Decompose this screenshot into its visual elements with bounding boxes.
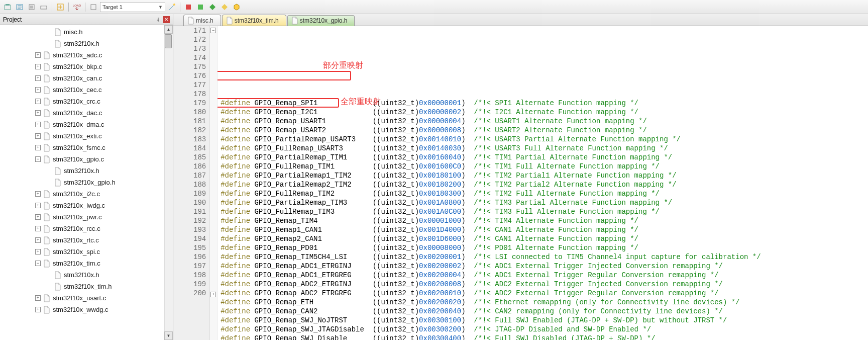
tree-item[interactable]: + stm32f10x_wwdg.c (0, 304, 173, 315)
toolbar-icon-1[interactable] (2, 2, 13, 13)
tree-item[interactable]: − stm32f10x_gpio.c (0, 153, 173, 165)
code-line[interactable] (221, 90, 868, 99)
tree-toggle-icon[interactable]: + (35, 75, 41, 81)
scrollbar-track[interactable]: ▲ ▼ (164, 25, 173, 340)
pin-icon[interactable] (155, 16, 162, 23)
scrollbar-thumb[interactable] (165, 34, 172, 48)
toolbar-icon-3[interactable] (26, 2, 37, 13)
tree-toggle-icon[interactable]: + (35, 52, 41, 58)
tree-item[interactable]: + stm32f10x_dma.c (0, 119, 173, 130)
tree-item[interactable]: stm32f10x.h (0, 269, 173, 281)
fold-toggle-icon[interactable]: + (210, 292, 216, 297)
toolbar-red-icon[interactable] (183, 2, 194, 13)
code-line[interactable]: #define GPIO_Remap_SWJ_Disable ((uint32_… (221, 334, 868, 340)
tree-item[interactable]: + stm32f10x_cec.c (0, 84, 173, 96)
toolbar-diamond-yellow-icon[interactable] (219, 2, 230, 13)
tree-item[interactable]: stm32f10x.h (0, 38, 173, 49)
tree-toggle-icon[interactable]: + (35, 64, 41, 69)
tree-toggle-icon[interactable]: + (35, 307, 41, 312)
tree-item[interactable]: + stm32f10x_adc.c (0, 49, 173, 61)
toolbar-wand-icon[interactable] (166, 2, 177, 13)
tree-item[interactable]: stm32f10x_tim.h (0, 281, 173, 292)
editor-tab[interactable]: stm32f10x_gpio.h (287, 15, 355, 26)
tree-toggle-icon[interactable]: + (35, 214, 41, 220)
tree-toggle-icon[interactable]: + (35, 122, 41, 127)
editor-tab[interactable]: stm32f10x_tim.h (222, 15, 286, 26)
tree-item[interactable]: + stm32f10x_can.c (0, 72, 173, 84)
code-line[interactable]: #define GPIO_Remap1_CAN1 ((uint32_t)0x00… (221, 225, 868, 234)
tree-toggle-icon[interactable]: + (35, 133, 41, 139)
code-line[interactable]: #define GPIO_Remap_ADC2_ETRGREG ((uint32… (221, 289, 868, 298)
code-line[interactable]: #define GPIO_Remap_ETH ((uint32_t)0x0020… (221, 298, 868, 307)
tree-item[interactable]: + stm32f10x_dac.c (0, 107, 173, 119)
editor-tab[interactable]: misc.h (183, 15, 221, 26)
code-line[interactable]: #define GPIO_FullRemap_TIM1 ((uint32_t)0… (221, 162, 868, 171)
tree-toggle-icon[interactable]: − (35, 261, 41, 266)
toolbar-green-icon[interactable] (195, 2, 206, 13)
code-line[interactable]: #define GPIO_PartialRemap1_TIM2 ((uint32… (221, 171, 868, 180)
tree-toggle-icon[interactable]: + (35, 110, 41, 116)
tree-toggle-icon[interactable]: + (35, 87, 41, 93)
code-area[interactable]: 1711721731741751761771781791801811821831… (173, 26, 868, 340)
tree-toggle-icon[interactable]: + (35, 191, 41, 197)
project-tree[interactable]: ▲ ▼ misc.h stm32f10x.h + stm32f10x_adc.c… (0, 25, 173, 340)
tree-toggle-icon[interactable]: + (35, 295, 41, 301)
toolbar-cube-icon[interactable] (231, 2, 242, 13)
code-content[interactable]: 部分重映射 全部重映射 #define GPIO_Remap_SPI1 ((ui… (218, 26, 868, 340)
code-line[interactable]: #define GPIO_Remap_USART2 ((uint32_t)0x0… (221, 126, 868, 135)
code-line[interactable]: #define GPIO_PartialRemap_TIM1 ((uint32_… (221, 153, 868, 162)
tree-item[interactable]: + stm32f10x_i2c.c (0, 188, 173, 200)
tree-item[interactable]: + stm32f10x_exti.c (0, 130, 173, 142)
tree-item[interactable]: stm32f10x_gpio.h (0, 177, 173, 188)
tree-toggle-icon[interactable]: + (35, 226, 41, 231)
code-line[interactable]: #define GPIO_Remap2_CAN1 ((uint32_t)0x00… (221, 234, 868, 243)
tree-item[interactable]: + stm32f10x_fsmc.c (0, 142, 173, 153)
code-line[interactable]: #define GPIO_PartialRemap_USART3 ((uint3… (221, 135, 868, 144)
scroll-up-arrow[interactable]: ▲ (164, 25, 173, 34)
fold-column[interactable]: −+ (209, 26, 218, 340)
code-line[interactable]: #define GPIO_FullRemap_TIM3 ((uint32_t)0… (221, 207, 868, 216)
tree-item[interactable]: − stm32f10x_tim.c (0, 258, 173, 269)
tree-item[interactable]: + stm32f10x_bkp.c (0, 61, 173, 72)
toolbar-icon-5[interactable] (55, 2, 66, 13)
code-line[interactable]: #define GPIO_Remap_CAN2 ((uint32_t)0x002… (221, 307, 868, 316)
code-line[interactable]: #define GPIO_Remap_ADC1_ETRGREG ((uint32… (221, 271, 868, 280)
tree-item[interactable]: stm32f10x.h (0, 165, 173, 177)
tree-item[interactable]: + stm32f10x_rtc.c (0, 234, 173, 246)
tree-item[interactable]: + stm32f10x_pwr.c (0, 211, 173, 223)
tree-item[interactable]: + stm32f10x_crc.c (0, 96, 173, 107)
code-line[interactable]: #define GPIO_Remap_TIM4 ((uint32_t)0x000… (221, 216, 868, 225)
code-line[interactable]: #define GPIO_PartialRemap_TIM3 ((uint32_… (221, 198, 868, 207)
tree-toggle-icon[interactable]: + (35, 249, 41, 254)
tree-toggle-icon[interactable]: − (35, 156, 41, 162)
code-line[interactable]: #define GPIO_PartialRemap2_TIM2 ((uint32… (221, 180, 868, 189)
code-line[interactable]: #define GPIO_Remap_USART1 ((uint32_t)0x0… (221, 117, 868, 126)
target-dropdown[interactable]: Target 1 ▼ (100, 2, 165, 12)
toolbar-icon-4[interactable] (38, 2, 49, 13)
tree-toggle-icon[interactable]: + (35, 145, 41, 150)
code-line[interactable]: #define GPIO_Remap_SWJ_NoJTRST ((uint32_… (221, 316, 868, 325)
code-line[interactable]: #define GPIO_Remap_I2C1 ((uint32_t)0x000… (221, 108, 868, 117)
scroll-down-arrow[interactable]: ▼ (164, 331, 173, 340)
tree-item[interactable]: + stm32f10x_spi.c (0, 246, 173, 258)
tree-item[interactable]: + stm32f10x_rcc.c (0, 223, 173, 234)
toolbar-icon-2[interactable] (14, 2, 25, 13)
code-line[interactable]: #define GPIO_FullRemap_TIM2 ((uint32_t)0… (221, 189, 868, 198)
tree-toggle-icon[interactable]: + (35, 237, 41, 243)
code-line[interactable]: #define GPIO_Remap_TIM5CH4_LSI ((uint32_… (221, 252, 868, 262)
code-line[interactable]: #define GPIO_Remap_SWJ_JTAGDisable ((uin… (221, 325, 868, 334)
code-line[interactable]: #define GPIO_Remap_ADC2_ETRGINJ ((uint32… (221, 280, 868, 289)
toolbar-diamond-green-icon[interactable] (207, 2, 218, 13)
code-line[interactable]: #define GPIO_Remap_SPI1 ((uint32_t)0x000… (221, 99, 868, 108)
code-line[interactable]: #define GPIO_FullRemap_USART3 ((uint32_t… (221, 144, 868, 153)
fold-toggle-icon[interactable]: − (210, 28, 216, 33)
tree-toggle-icon[interactable]: + (35, 99, 41, 104)
close-icon[interactable]: ✕ (163, 16, 170, 23)
load-icon[interactable]: LOAD (71, 2, 82, 13)
tree-toggle-icon[interactable]: + (35, 203, 41, 208)
code-line[interactable]: #define GPIO_Remap_ADC1_ETRGINJ ((uint32… (221, 262, 868, 271)
code-line[interactable]: #define GPIO_Remap_PD01 ((uint32_t)0x000… (221, 243, 868, 252)
tree-item[interactable]: + stm32f10x_iwdg.c (0, 200, 173, 211)
toolbar-target-icon[interactable] (88, 2, 99, 13)
tree-item[interactable]: misc.h (0, 26, 173, 38)
